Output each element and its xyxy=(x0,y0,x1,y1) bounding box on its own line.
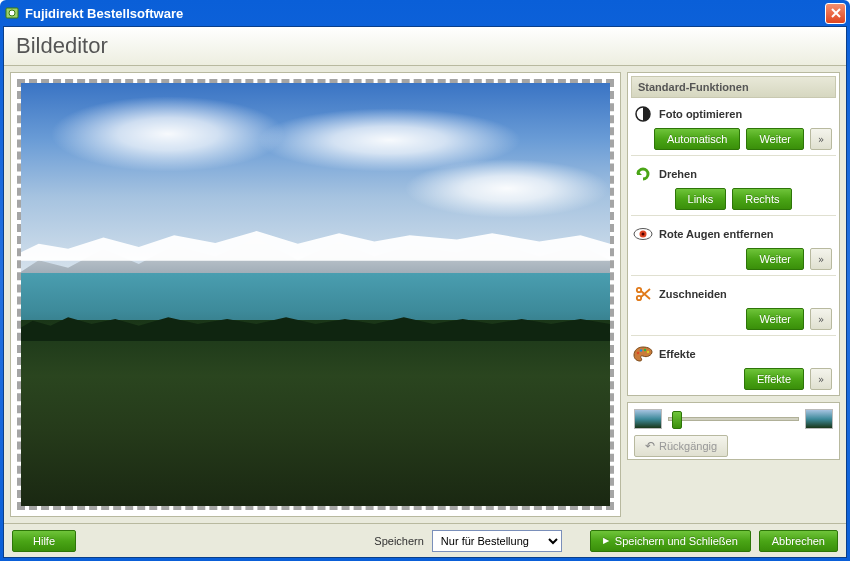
zoom-slider-row xyxy=(634,409,833,429)
image-canvas[interactable] xyxy=(17,79,614,510)
func-effects: Effekte Effekte » xyxy=(631,338,836,392)
func-redeye: Rote Augen entfernen Weiter » xyxy=(631,218,836,276)
undo-label: Rückgängig xyxy=(659,440,717,452)
svg-point-10 xyxy=(644,349,646,351)
svg-point-9 xyxy=(640,349,642,351)
standard-functions-panel: Standard-Funktionen Foto optimieren Auto… xyxy=(627,72,840,396)
cancel-button[interactable]: Abbrechen xyxy=(759,530,838,552)
save-scope-select[interactable]: Nur für Bestellung xyxy=(432,530,562,552)
func-redeye-head: Rote Augen entfernen xyxy=(631,218,836,248)
redeye-more-button[interactable]: Weiter xyxy=(746,248,804,270)
photo-forest xyxy=(21,320,610,506)
func-effects-label: Effekte xyxy=(659,348,696,360)
optimize-expand-button[interactable]: » xyxy=(810,128,832,150)
client-area: Bildeditor Standard-Funktionen xyxy=(3,26,847,558)
zoom-slider-handle[interactable] xyxy=(672,411,682,429)
close-button[interactable] xyxy=(825,3,846,24)
func-rotate-head: Drehen xyxy=(631,158,836,188)
page-title: Bildeditor xyxy=(16,33,834,59)
sidebar: Standard-Funktionen Foto optimieren Auto… xyxy=(627,72,840,517)
titlebar: Fujidirekt Bestellsoftware xyxy=(0,0,850,26)
palette-icon xyxy=(633,344,653,364)
rotate-icon xyxy=(633,164,653,184)
save-label: Speichern xyxy=(374,535,424,547)
photo-cloud xyxy=(50,96,286,172)
zoom-undo-panel: ↶ Rückgängig xyxy=(627,402,840,460)
save-close-button[interactable]: Speichern und Schließen xyxy=(590,530,751,552)
photo-cloud xyxy=(404,159,610,218)
func-crop-head: Zuschneiden xyxy=(631,278,836,308)
app-icon xyxy=(4,5,20,21)
main-area: Standard-Funktionen Foto optimieren Auto… xyxy=(4,66,846,523)
func-crop: Zuschneiden Weiter » xyxy=(631,278,836,336)
footer: Hilfe Speichern Nur für Bestellung Speic… xyxy=(4,523,846,557)
svg-point-1 xyxy=(9,10,15,16)
thumb-large-icon xyxy=(805,409,833,429)
eye-icon xyxy=(633,224,653,244)
svg-point-11 xyxy=(647,351,649,353)
func-crop-label: Zuschneiden xyxy=(659,288,727,300)
func-rotate-label: Drehen xyxy=(659,168,697,180)
panel-title: Standard-Funktionen xyxy=(631,76,836,98)
undo-button[interactable]: ↶ Rückgängig xyxy=(634,435,728,457)
contrast-icon xyxy=(633,104,653,124)
redeye-expand-button[interactable]: » xyxy=(810,248,832,270)
func-optimize: Foto optimieren Automatisch Weiter » xyxy=(631,98,836,156)
func-optimize-label: Foto optimieren xyxy=(659,108,742,120)
undo-icon: ↶ xyxy=(645,439,655,453)
crop-expand-button[interactable]: » xyxy=(810,308,832,330)
effects-expand-button[interactable]: » xyxy=(810,368,832,390)
optimize-auto-button[interactable]: Automatisch xyxy=(654,128,741,150)
func-redeye-label: Rote Augen entfernen xyxy=(659,228,774,240)
rotate-right-button[interactable]: Rechts xyxy=(732,188,792,210)
svg-point-5 xyxy=(642,233,645,236)
page-header: Bildeditor xyxy=(4,27,846,66)
func-optimize-head: Foto optimieren xyxy=(631,98,836,128)
svg-point-8 xyxy=(637,352,639,354)
optimize-more-button[interactable]: Weiter xyxy=(746,128,804,150)
app-window: Fujidirekt Bestellsoftware Bildeditor xyxy=(0,0,850,561)
func-effects-head: Effekte xyxy=(631,338,836,368)
image-canvas-frame xyxy=(10,72,621,517)
zoom-slider[interactable] xyxy=(668,417,799,421)
window-title: Fujidirekt Bestellsoftware xyxy=(25,6,825,21)
func-rotate: Drehen Links Rechts xyxy=(631,158,836,216)
help-button[interactable]: Hilfe xyxy=(12,530,76,552)
effects-button[interactable]: Effekte xyxy=(744,368,804,390)
rotate-left-button[interactable]: Links xyxy=(675,188,727,210)
scissors-icon xyxy=(633,284,653,304)
crop-more-button[interactable]: Weiter xyxy=(746,308,804,330)
thumb-small-icon xyxy=(634,409,662,429)
